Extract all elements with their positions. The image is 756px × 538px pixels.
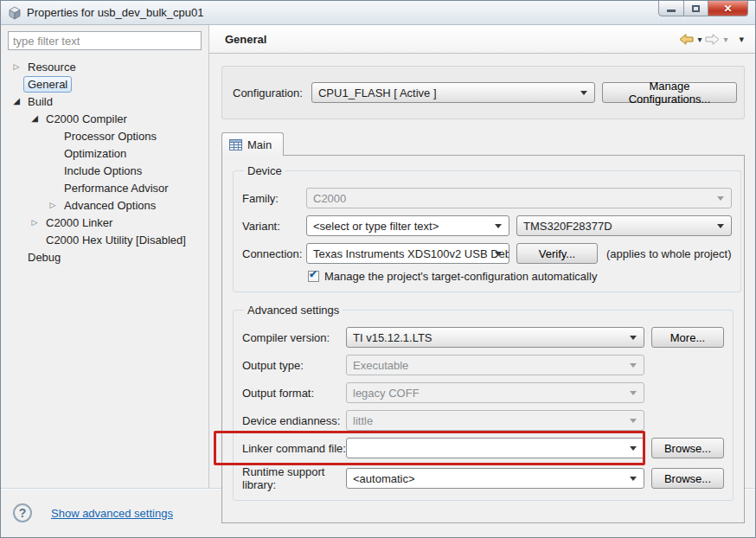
configuration-combo[interactable]: CPU1_FLASH [ Active ]: [311, 82, 595, 103]
tree-item-resource[interactable]: ▷Resource: [8, 58, 202, 75]
tab-main[interactable]: Main: [221, 132, 284, 156]
manage-target-config-label: Manage the project's target-configuratio…: [324, 270, 597, 283]
manage-target-config-checkbox[interactable]: ✔: [308, 271, 319, 282]
tree-item-build[interactable]: ◢Build: [8, 93, 202, 110]
back-menu-icon[interactable]: ▾: [696, 35, 702, 44]
combo-arrow-icon: [495, 252, 502, 256]
tree-item-label: Advanced Options: [60, 197, 160, 214]
tree-item-c2000-linker[interactable]: ▷C2000 Linker: [8, 214, 202, 231]
show-advanced-settings-link[interactable]: Show advanced settings: [51, 507, 173, 520]
properties-dialog: Properties for usb_dev_bulk_cpu01 ✕ ▷Res…: [0, 0, 756, 538]
tree-item-c2000-compiler[interactable]: ◢C2000 Compiler: [8, 110, 202, 127]
combo-arrow-icon: [630, 336, 637, 340]
family-combo: C2000: [306, 188, 732, 208]
combo-arrow-icon: [630, 363, 637, 368]
verify-button[interactable]: Verify...: [516, 243, 598, 264]
combo-arrow-icon: [630, 419, 637, 423]
more-button[interactable]: More...: [651, 327, 724, 348]
runtime-support-library-combo[interactable]: <automatic>: [346, 468, 644, 489]
window-title: Properties for usb_dev_bulk_cpu01: [27, 6, 204, 19]
combo-arrow-icon: [717, 224, 724, 228]
title-bar[interactable]: Properties for usb_dev_bulk_cpu01 ✕: [1, 1, 755, 25]
linker-command-file-row: Linker command file: Browse...: [242, 438, 724, 458]
device-endianness-value: little: [353, 414, 373, 427]
main-tab-content: Device Family: C2000 Variant:: [221, 155, 745, 523]
tree-item-label: C2000 Linker: [42, 215, 117, 231]
compiler-version-combo[interactable]: TI v15.12.1.LTS: [346, 327, 644, 348]
device-endianness-combo: little: [346, 410, 644, 431]
app-cube-icon: [8, 6, 22, 20]
tree-item-include-options[interactable]: Include Options: [8, 162, 202, 179]
tree-item-c2000-hex-utility-disabled[interactable]: C2000 Hex Utility [Disabled]: [8, 231, 202, 248]
page-title: General: [225, 33, 266, 46]
tree-item-label: Resource: [23, 59, 80, 75]
tree-item-optimization[interactable]: Optimization: [8, 144, 202, 162]
maximize-icon: [692, 5, 700, 12]
variant-device-combo[interactable]: TMS320F28377D: [516, 215, 732, 236]
device-group-legend: Device: [244, 164, 285, 177]
combo-arrow-icon: [717, 196, 724, 201]
connection-combo[interactable]: Texas Instruments XDS100v2 USB Deb: [306, 243, 509, 264]
tree-collapsed-icon[interactable]: ▷: [10, 58, 23, 75]
filter-input[interactable]: [8, 31, 202, 50]
tree-item-general[interactable]: General: [8, 75, 202, 93]
manage-configurations-button[interactable]: Manage Configurations...: [602, 82, 737, 103]
tree-collapsed-icon[interactable]: ▷: [28, 214, 42, 231]
maximize-button[interactable]: [684, 0, 708, 16]
tree-item-label: Include Options: [60, 163, 146, 179]
output-type-value: Executable: [353, 359, 408, 372]
configuration-label: Configuration:: [233, 86, 303, 99]
combo-arrow-icon: [580, 91, 587, 95]
tab-main-label: Main: [247, 138, 272, 151]
device-group: Device Family: C2000 Variant:: [233, 164, 741, 292]
close-button[interactable]: ✕: [708, 0, 748, 16]
tree-collapsed-icon[interactable]: ▷: [46, 196, 60, 214]
variant-device-value: TMS320F28377D: [523, 220, 612, 233]
tree-item-label: Processor Options: [60, 128, 161, 144]
view-menu-icon[interactable]: ▾: [738, 34, 745, 45]
combo-arrow-icon: [630, 391, 637, 395]
linker-command-file-label: Linker command file:: [242, 442, 346, 455]
advanced-settings-legend: Advanced settings: [244, 304, 343, 317]
tree-item-label: Build: [23, 93, 57, 110]
tree-item-processor-options[interactable]: Processor Options: [8, 127, 202, 144]
device-endianness-label: Device endianness:: [242, 414, 346, 427]
sidebar-tree: ▷ResourceGeneral◢Build◢C2000 CompilerPro…: [8, 58, 202, 266]
connection-note: (applies to whole project): [606, 247, 732, 260]
checkmark-icon: ✔: [309, 268, 317, 280]
connection-value: Texas Instruments XDS100v2 USB Deb: [313, 247, 509, 260]
compiler-version-label: Compiler version:: [242, 331, 346, 344]
linker-command-file-combo[interactable]: [346, 438, 644, 458]
main-tab-icon: [229, 139, 242, 151]
tree-item-advanced-options[interactable]: ▷Advanced Options: [8, 196, 202, 214]
forward-menu-icon[interactable]: ▾: [722, 35, 728, 44]
configuration-bar: Configuration: CPU1_FLASH [ Active ] Man…: [221, 66, 745, 119]
properties-sidebar: ▷ResourceGeneral◢Build◢C2000 CompilerPro…: [1, 25, 209, 488]
tree-item-label: Performance Advisor: [60, 180, 173, 196]
connection-label: Connection:: [242, 247, 306, 260]
output-format-combo: legacy COFF: [346, 382, 644, 403]
linker-browse-button[interactable]: Browse...: [651, 438, 724, 458]
minimize-button[interactable]: [658, 0, 684, 16]
variant-label: Variant:: [242, 220, 306, 233]
output-type-label: Output type:: [242, 359, 346, 372]
compiler-version-value: TI v15.12.1.LTS: [353, 331, 432, 344]
tree-expanded-icon[interactable]: ◢: [28, 110, 42, 127]
variant-filter-combo[interactable]: <select or type filter text>: [306, 215, 509, 236]
combo-arrow-icon: [495, 224, 502, 228]
back-icon[interactable]: [679, 34, 694, 45]
tree-expanded-icon[interactable]: ◢: [10, 93, 23, 110]
page-header: General ▾ ▾ ▾: [209, 25, 755, 54]
runtime-browse-button[interactable]: Browse...: [651, 468, 724, 489]
combo-arrow-icon: [630, 477, 637, 481]
tree-item-debug[interactable]: Debug: [8, 248, 202, 266]
runtime-support-library-label: Runtime support library:: [242, 465, 346, 491]
output-format-label: Output format:: [242, 387, 346, 400]
family-value: C2000: [313, 192, 346, 205]
help-icon[interactable]: ?: [13, 503, 32, 522]
forward-icon[interactable]: [705, 34, 720, 45]
tree-item-label: C2000 Hex Utility [Disabled]: [42, 232, 190, 248]
tree-item-performance-advisor[interactable]: Performance Advisor: [8, 179, 202, 196]
tree-item-label: Debug: [23, 249, 65, 266]
runtime-support-library-value: <automatic>: [353, 472, 415, 485]
